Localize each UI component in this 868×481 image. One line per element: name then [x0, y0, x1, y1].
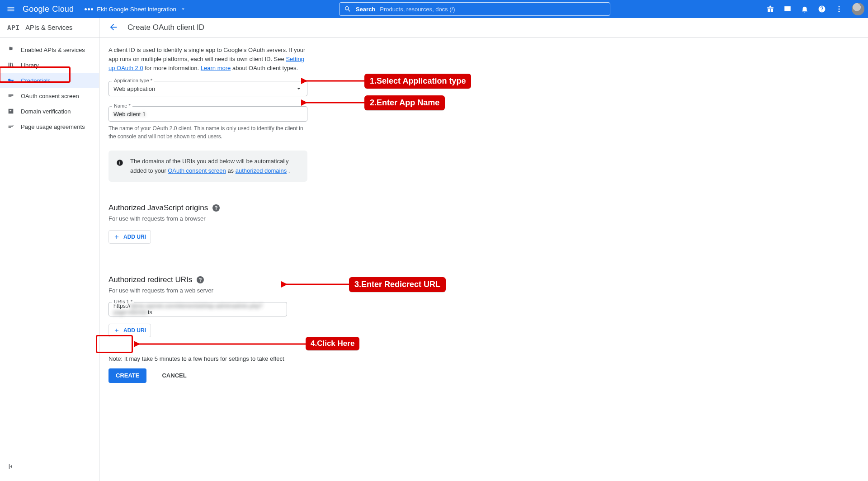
- annotation-callout-3: 3.Enter Redicrect URL: [349, 277, 446, 292]
- project-name: Ekit Google Sheet integration: [97, 6, 176, 13]
- library-icon: [7, 61, 14, 69]
- page-header: Create OAuth client ID: [99, 18, 868, 38]
- info-box: The domains of the URIs you add below wi…: [108, 151, 307, 181]
- help-icon[interactable]: ?: [197, 276, 204, 283]
- plus-icon: [113, 327, 120, 334]
- application-type-value: Web application: [113, 85, 155, 92]
- link-consent-screen[interactable]: OAuth consent screen: [168, 167, 226, 174]
- sidebar-title: APIs & Services: [25, 24, 72, 31]
- intro-part: A client ID is used to identify a single…: [108, 47, 305, 62]
- sidebar-item-label: Credentials: [21, 77, 51, 84]
- name-value: Web client 1: [113, 111, 146, 118]
- intro-part: about OAuth client types.: [232, 65, 298, 71]
- plus-icon: [113, 234, 120, 240]
- add-uri-button-redirect[interactable]: ADD URI: [108, 324, 151, 337]
- brand[interactable]: Google Cloud: [23, 5, 74, 14]
- name-label: Name *: [112, 103, 132, 108]
- bell-icon[interactable]: [797, 2, 812, 16]
- annotation-arrow-1: [301, 76, 364, 85]
- link-authorized-domains[interactable]: authorized domains: [236, 167, 287, 174]
- search-label: Search: [356, 6, 375, 13]
- page-icon: [7, 123, 14, 130]
- name-input[interactable]: Web client 1: [108, 106, 307, 122]
- sidebar: API APIs & Services Enabled APIs & servi…: [0, 18, 99, 481]
- cancel-button[interactable]: CANCEL: [155, 368, 193, 383]
- annotation-callout-4: 4.Click Here: [306, 337, 359, 350]
- avatar[interactable]: [852, 3, 864, 15]
- name-field: Name * Web client 1: [108, 106, 307, 122]
- uri1-input[interactable]: https://demo.wpmet.com/elementskit/wp-ad…: [108, 302, 287, 316]
- topbar: Google Cloud Ekit Google Sheet integrati…: [0, 0, 868, 18]
- project-dots-icon: [85, 8, 93, 10]
- sidebar-item-library[interactable]: Library: [0, 57, 99, 73]
- redirect-title: Authorized redirect URIs: [108, 275, 192, 284]
- consent-icon: [7, 92, 14, 99]
- annotation-frame-create: [96, 335, 133, 353]
- info-part: .: [288, 167, 290, 174]
- sidebar-item-page[interactable]: Page usage agreements: [0, 119, 99, 134]
- sidebar-item-label: Domain verification: [21, 108, 71, 115]
- add-uri-label: ADD URI: [123, 234, 146, 240]
- grid-icon: [7, 46, 14, 53]
- uri1-suffix: ts: [148, 309, 152, 316]
- sidebar-item-label: OAuth consent screen: [21, 93, 79, 99]
- js-origins-sub: For use with requests from a browser: [108, 215, 859, 222]
- redirect-sub: For use with requests from a web server: [108, 287, 859, 294]
- js-origins-heading: Authorized JavaScript origins ?: [108, 203, 859, 212]
- page-title: Create OAuth client ID: [127, 23, 204, 32]
- annotation-arrow-4: [134, 340, 306, 349]
- api-icon: API: [7, 24, 20, 31]
- sidebar-item-domain[interactable]: Domain verification: [0, 104, 99, 119]
- console-icon[interactable]: [780, 2, 795, 16]
- project-picker[interactable]: Ekit Google Sheet integration: [85, 6, 186, 13]
- help-icon[interactable]: [815, 2, 829, 16]
- svg-rect-4: [119, 162, 120, 165]
- info-icon: [116, 159, 124, 170]
- intro-text: A client ID is used to identify a single…: [108, 46, 307, 73]
- sidebar-item-label: Enabled APIs & services: [21, 47, 85, 53]
- svg-point-1: [839, 9, 840, 10]
- add-uri-button-js[interactable]: ADD URI: [108, 230, 151, 244]
- gift-icon[interactable]: [763, 2, 778, 16]
- sidebar-item-credentials[interactable]: Credentials: [0, 73, 99, 88]
- uri1-field: URIs 1 * https://demo.wpmet.com/elements…: [108, 302, 287, 316]
- collapse-sidebar-icon[interactable]: [7, 462, 15, 472]
- brand-google: Google: [23, 5, 49, 14]
- note-text: Note: It may take 5 minutes to a few hou…: [108, 355, 859, 362]
- application-type-field: Application type * Web application: [108, 81, 307, 96]
- sidebar-item-enabled[interactable]: Enabled APIs & services: [0, 42, 99, 57]
- chevron-down-icon: [180, 6, 186, 12]
- uri1-value: https://demo.wpmet.com/elementskit/wp-ad…: [113, 303, 282, 316]
- intro-part: for more information.: [145, 65, 201, 71]
- annotation-callout-1: 1.Select Application type: [364, 74, 471, 89]
- hamburger-icon[interactable]: [4, 2, 18, 16]
- sidebar-header: API APIs & Services: [0, 18, 99, 38]
- uri1-blur: demo.wpmet.com/elementskit/wp-admin/admi…: [113, 303, 262, 316]
- more-vert-icon[interactable]: [832, 2, 846, 16]
- search-icon: [344, 5, 351, 13]
- annotation-arrow-2: [301, 98, 364, 107]
- sidebar-item-label: Library: [21, 62, 39, 69]
- domain-icon: [7, 108, 14, 115]
- chevron-down-icon: [295, 85, 302, 92]
- application-type-label: Application type *: [112, 78, 154, 83]
- search-input[interactable]: Search Products, resources, docs (/): [339, 2, 610, 16]
- key-icon: [7, 77, 14, 84]
- link-learn-more[interactable]: Learn more: [201, 65, 231, 71]
- annotation-callout-2: 2.Enter App Name: [364, 95, 445, 110]
- add-uri-label: ADD URI: [123, 327, 146, 334]
- sidebar-item-label: Page usage agreements: [21, 123, 85, 130]
- svg-rect-5: [119, 161, 120, 162]
- application-type-select[interactable]: Web application: [108, 81, 307, 96]
- info-part: as: [227, 167, 235, 174]
- svg-point-0: [839, 6, 840, 7]
- create-button[interactable]: CREATE: [108, 368, 146, 383]
- back-arrow-icon[interactable]: [108, 22, 118, 33]
- help-icon[interactable]: ?: [212, 204, 220, 212]
- name-hint: The name of your OAuth 2.0 client. This …: [108, 124, 307, 141]
- brand-cloud: Cloud: [52, 5, 74, 14]
- svg-point-2: [839, 11, 840, 12]
- js-origins-title: Authorized JavaScript origins: [108, 203, 208, 212]
- search-placeholder: Products, resources, docs (/): [380, 6, 455, 13]
- sidebar-item-consent[interactable]: OAuth consent screen: [0, 88, 99, 104]
